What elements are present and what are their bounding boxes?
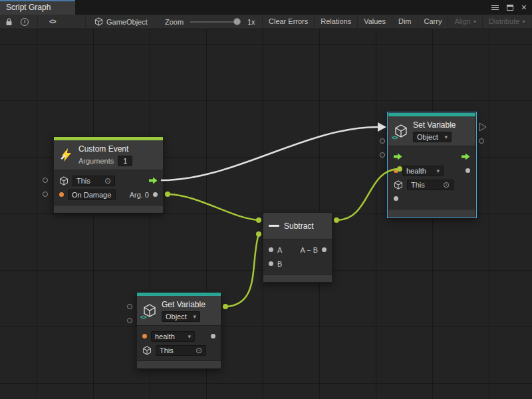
chevron-down-icon: ▾ [193, 313, 196, 320]
graph-canvas[interactable]: Custom Event Arguments 1 This⊙ On Damage [0, 29, 532, 399]
target-field[interactable]: This⊙ [72, 176, 115, 186]
subtract-icon [269, 225, 279, 227]
target-picker-icon[interactable]: ⊙ [443, 181, 450, 189]
wire-getvariable-subtract-b[interactable] [225, 234, 259, 307]
wire-arg0-subtract-a[interactable] [168, 194, 259, 220]
relations-button[interactable]: Relations [314, 15, 357, 29]
target-picker-icon[interactable]: ⊙ [196, 346, 202, 354]
window-controls: × [491, 0, 527, 15]
input-b-label: B [277, 260, 282, 268]
wire-endpoint[interactable] [165, 192, 170, 197]
port-row-value-in [388, 192, 475, 205]
dim-button[interactable]: Dim [392, 15, 418, 29]
event-port[interactable] [59, 192, 64, 197]
port-row-flow [388, 150, 475, 164]
flow-out-port[interactable] [462, 153, 470, 160]
wire-endpoint[interactable] [223, 304, 228, 309]
name-port[interactable] [394, 168, 398, 173]
align-button[interactable]: Align▾ [448, 15, 481, 29]
close-icon[interactable]: × [521, 3, 527, 12]
arg-0-out-port[interactable] [153, 192, 158, 197]
node-footer [388, 209, 475, 217]
input-b-port[interactable] [269, 261, 273, 266]
chevron-down-icon: ▾ [522, 15, 525, 29]
node-get-variable[interactable]: <> Get Variable Object▾ health▾ This⊙ [136, 292, 221, 369]
toolbar-separator [37, 16, 38, 27]
chevron-down-icon: ▾ [444, 134, 448, 140]
titlebar: Script Graph × [0, 0, 532, 15]
clear-errors-button[interactable]: Clear Errors [262, 15, 314, 29]
gameobject-target[interactable]: GameObject [94, 15, 148, 29]
result-out-port[interactable] [322, 247, 327, 252]
set-variable-header[interactable]: <> Set Variable Object▾ [388, 116, 475, 146]
chevron-down-icon: ▾ [436, 168, 440, 174]
flow-arrowhead [378, 122, 386, 132]
arguments-label: Arguments [78, 157, 114, 165]
zoom-slider-knob[interactable] [233, 18, 241, 25]
toolbar-buttons: Clear Errors Relations Values Dim Carry … [262, 15, 532, 29]
port-marker[interactable] [128, 319, 132, 323]
menu-icon[interactable] [491, 5, 499, 10]
port-marker[interactable] [128, 305, 132, 309]
name-port[interactable] [142, 334, 147, 338]
port-row-event: On Damage Arg. 0 [54, 188, 163, 201]
chevron-down-icon: ▾ [188, 333, 191, 340]
node-custom-event[interactable]: Custom Event Arguments 1 This⊙ On Damage [53, 136, 164, 213]
cube-icon [94, 17, 103, 26]
arg-0-label: Arg. 0 [130, 191, 149, 199]
value-in-port[interactable] [394, 196, 398, 201]
port-marker[interactable] [43, 178, 48, 183]
wire-endpoint[interactable] [256, 231, 261, 237]
event-name-field[interactable]: On Damage [68, 190, 116, 200]
values-button[interactable]: Values [357, 15, 392, 29]
carry-button[interactable]: Carry [418, 15, 448, 29]
value-out-port[interactable] [466, 168, 470, 173]
flow-in-port[interactable] [394, 153, 402, 160]
input-a-port[interactable] [269, 247, 273, 252]
variable-name-dropdown[interactable]: health▾ [151, 331, 195, 342]
subtract-header[interactable]: Subtract [263, 213, 332, 239]
cube-icon [59, 176, 68, 186]
arguments-field[interactable]: 1 [118, 156, 132, 166]
gameobject-label: GameObject [106, 18, 148, 26]
variable-name-dropdown[interactable]: health▾ [402, 166, 444, 176]
variable-kind-dropdown[interactable]: Object▾ [162, 311, 200, 322]
wire-endpoint[interactable] [256, 217, 261, 223]
target-picker-icon[interactable]: ⊙ [104, 177, 111, 185]
node-footer [263, 274, 332, 282]
port-marker[interactable] [380, 153, 385, 158]
maximize-icon[interactable] [507, 5, 513, 11]
edit-graph-icon[interactable]: <> [49, 15, 56, 29]
node-footer [137, 360, 221, 368]
target-field[interactable]: This⊙ [156, 345, 206, 356]
variable-cube-icon: <> [394, 124, 408, 138]
tab-script-graph[interactable]: Script Graph [0, 0, 75, 15]
distribute-button[interactable]: Distribute▾ [482, 15, 531, 29]
port-row-b: B [263, 257, 332, 271]
unity-script-graph-window: Script Graph × i <> GameObject Zoom 1x C… [0, 0, 532, 399]
node-title: Subtract [284, 221, 314, 231]
flow-port-marker[interactable] [479, 123, 486, 131]
port-marker[interactable] [380, 139, 385, 144]
toolbar-separator [85, 16, 86, 27]
tab-title: Script Graph [6, 3, 51, 12]
cube-icon [142, 346, 152, 355]
get-variable-header[interactable]: <> Get Variable Object▾ [137, 296, 221, 326]
port-row-name: health▾ [388, 164, 475, 178]
output-label: A − B [300, 246, 318, 254]
lock-icon[interactable] [5, 15, 13, 29]
node-set-variable[interactable]: <> Set Variable Object▾ health▾ [388, 112, 476, 217]
node-subtract[interactable]: Subtract A A − B B [263, 212, 332, 283]
value-out-port[interactable] [211, 334, 215, 338]
variable-kind-dropdown[interactable]: Object▾ [413, 132, 452, 142]
flow-out-port[interactable] [149, 177, 158, 184]
wire-endpoint[interactable] [334, 217, 339, 223]
target-field[interactable]: This⊙ [407, 180, 454, 190]
port-marker[interactable] [479, 139, 484, 144]
custom-event-header[interactable]: Custom Event Arguments 1 [54, 140, 163, 170]
port-marker[interactable] [43, 192, 48, 197]
wire-flow-customevent-setvariable[interactable] [161, 127, 378, 180]
variable-cube-icon: <> [142, 303, 157, 318]
info-icon[interactable]: i [21, 15, 29, 29]
port-row-target: This⊙ [388, 178, 475, 192]
